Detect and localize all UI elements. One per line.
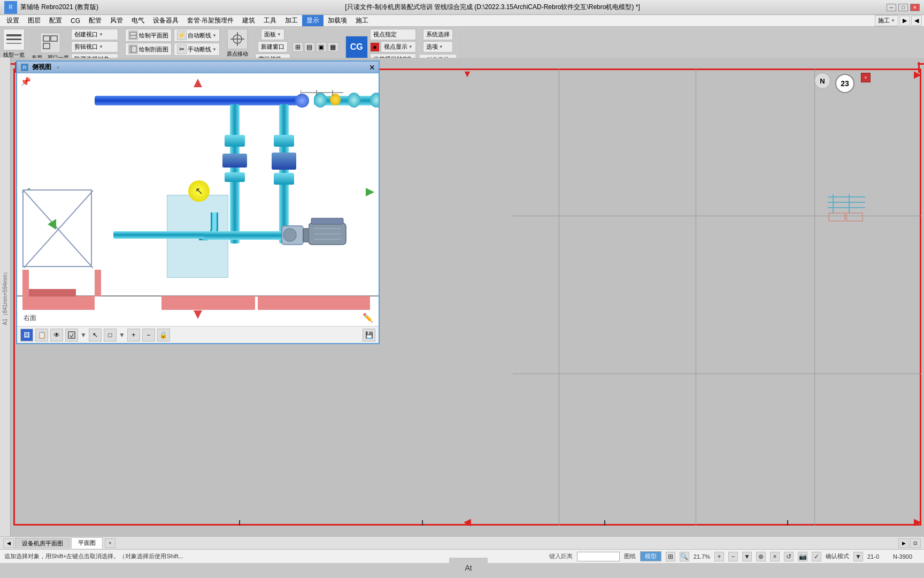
- linetype-group: 线型一览 线型: [0, 27, 28, 57]
- panel-btn[interactable]: 面板 ▼: [261, 29, 284, 40]
- sv-tb-lock-icon[interactable]: 🔒: [157, 329, 170, 341]
- tab-scroll-left[interactable]: ◀: [3, 538, 14, 548]
- menu-pipe[interactable]: 配管: [84, 15, 106, 26]
- sv-tb-sub-icon[interactable]: −: [142, 329, 155, 341]
- cg-main-icon[interactable]: CG: [345, 36, 368, 58]
- tab-layout-icon[interactable]: ⊡: [910, 538, 921, 548]
- draw-section-btn[interactable]: 绘制剖面图: [125, 43, 172, 56]
- manual-break-btn[interactable]: ✂ 手动断线 ▼: [174, 43, 220, 56]
- sv-tb-dd-arrow1[interactable]: ▼: [80, 331, 87, 339]
- sv-tb-copy-icon[interactable]: 📋: [35, 329, 48, 341]
- menu-cg[interactable]: CG: [66, 16, 84, 26]
- bottom-arrow-left: ◀: [464, 516, 471, 528]
- zoom-out-icon[interactable]: −: [728, 552, 738, 561]
- new-tab-btn[interactable]: +: [105, 538, 116, 548]
- clip-viewport-btn[interactable]: 剪辑视口 ▼: [71, 41, 118, 52]
- viewpoint-display-btn[interactable]: 视点显示 ▼: [381, 41, 416, 52]
- distance-input[interactable]: [577, 552, 620, 561]
- viewpoint-specify-btn[interactable]: 视点指定: [370, 29, 416, 40]
- sv-tb-save-icon[interactable]: 💾: [363, 329, 375, 341]
- maximize-button[interactable]: □: [898, 4, 908, 11]
- sv-pencil-icon[interactable]: ✏️: [363, 313, 373, 323]
- draw-plan-btn[interactable]: 绘制平面图: [125, 29, 172, 42]
- manual-break-icon: ✂: [177, 44, 187, 54]
- menu-equipment[interactable]: 设备器具: [149, 15, 183, 26]
- side-view-icon[interactable]: ▦: [328, 42, 338, 52]
- menu-arch[interactable]: 建筑: [238, 15, 259, 26]
- svg-rect-5: [43, 43, 50, 49]
- window-controls: ─ □ ✕: [887, 4, 920, 11]
- sv-tb-eye-icon[interactable]: 👁: [50, 329, 63, 341]
- snap-options-icon[interactable]: ×: [770, 552, 780, 561]
- sv-tb-view-icon[interactable]: 🖼: [20, 329, 33, 341]
- left-ruler: A1（841mm×594mm）: [0, 58, 11, 536]
- sv-foundation-mid: [161, 296, 255, 310]
- menu-settings[interactable]: 设置: [2, 15, 24, 26]
- origin-move-icon[interactable]: [227, 29, 248, 49]
- zoom-value: 21.7%: [694, 553, 710, 560]
- viewport-close-icon[interactable]: ×: [861, 73, 871, 82]
- right-arrow-btn[interactable]: ▶: [899, 16, 910, 26]
- construction-dropdown[interactable]: 施工 ▼: [875, 15, 898, 26]
- viewport-23-badge: 23: [835, 74, 854, 93]
- menu-addons[interactable]: 加载项: [324, 15, 351, 26]
- sv-tb-rect-icon[interactable]: □: [104, 329, 117, 341]
- auto-break-icon: ⚡: [177, 31, 187, 40]
- bottom-at-label: At: [449, 558, 488, 578]
- tab-plan[interactable]: 平面图: [71, 537, 103, 549]
- zoom-options-icon[interactable]: ▼: [742, 552, 752, 561]
- side-view-titlebar[interactable]: R 侧视图 × ✕: [17, 62, 379, 73]
- minimize-button[interactable]: ─: [887, 4, 896, 11]
- linetype-overview-icon[interactable]: [3, 29, 25, 50]
- at-text: At: [465, 564, 472, 572]
- new-window-btn[interactable]: 新建窗口: [258, 41, 288, 52]
- refresh-icon[interactable]: ↺: [784, 552, 794, 561]
- snap-icon[interactable]: ⊕: [756, 552, 766, 561]
- zoom-in-icon[interactable]: +: [714, 552, 724, 561]
- zoom-icon[interactable]: 🔍: [680, 552, 689, 561]
- paper-label: 图纸: [624, 552, 636, 560]
- confirm-icon[interactable]: ✓: [812, 552, 821, 561]
- cad-drawing-right: [828, 192, 871, 224]
- sv-pin-icon[interactable]: 📌: [20, 77, 31, 87]
- camera-icon[interactable]: 📷: [798, 552, 807, 561]
- model-mode-btn[interactable]: 模型: [640, 551, 661, 561]
- menu-electric[interactable]: 电气: [127, 15, 149, 26]
- viewport-overview-icon[interactable]: [40, 33, 60, 53]
- window-cascade-icon[interactable]: ▣: [316, 42, 327, 52]
- options-btn[interactable]: 选项 ▼: [423, 41, 453, 52]
- menu-bar: 设置 图层 配置 CG 配管 风管 电气 设备器具 套管·吊架预埋件 建筑 工具…: [0, 15, 924, 27]
- side-view-close[interactable]: ✕: [369, 63, 375, 72]
- sv-tb-dd-arrow2[interactable]: ▼: [119, 331, 125, 339]
- left-arrow-btn[interactable]: ◀: [911, 16, 922, 26]
- menu-duct[interactable]: 风管: [106, 15, 127, 26]
- sv-tb-add-icon[interactable]: +: [127, 329, 140, 341]
- tab-equipment-plan[interactable]: 设备机房平面图: [15, 538, 70, 549]
- confirm-options-icon[interactable]: ▼: [853, 552, 863, 561]
- sv-tb-select-dd[interactable]: [65, 329, 78, 341]
- close-button[interactable]: ✕: [910, 4, 920, 11]
- menu-construction[interactable]: 施工: [351, 15, 373, 26]
- create-viewport-btn[interactable]: 创建视口 ▼: [71, 29, 118, 40]
- distance-label: 键入距离: [549, 552, 573, 560]
- model-toggle-icon[interactable]: ⊞: [666, 552, 675, 561]
- window-stack-icon[interactable]: ▤: [304, 42, 315, 52]
- menu-process[interactable]: 加工: [281, 15, 302, 26]
- side-view-close-icon[interactable]: ✕: [369, 63, 375, 72]
- sv-tb-move-icon[interactable]: ↖: [89, 329, 102, 341]
- system-select-btn[interactable]: 系统选择: [423, 29, 453, 40]
- menu-tools[interactable]: 工具: [259, 15, 281, 26]
- window-group: 面板 ▼ 新建窗口 窗口切换 ▼ ⊞ ▤ ▣ ▦ 窗口: [252, 27, 342, 57]
- main-drawing[interactable]: 23 N × ◀: [11, 58, 924, 536]
- viewport-number: 23: [835, 74, 854, 93]
- menu-hanger[interactable]: 套管·吊架预埋件: [183, 15, 238, 26]
- confirm-label: 确认模式: [826, 552, 849, 560]
- window-tile-icon[interactable]: ⊞: [292, 42, 303, 52]
- menu-layers[interactable]: 图层: [24, 15, 45, 26]
- tab-scroll-right[interactable]: ▶: [898, 538, 909, 548]
- auto-break-btn[interactable]: ⚡ 自动断线 ▼: [174, 29, 220, 42]
- side-view-window[interactable]: R 侧视图 × ✕ 📌: [16, 60, 380, 344]
- side-view-app-icon: R: [20, 63, 29, 72]
- menu-config[interactable]: 配置: [45, 15, 66, 26]
- menu-display[interactable]: 显示: [302, 15, 324, 26]
